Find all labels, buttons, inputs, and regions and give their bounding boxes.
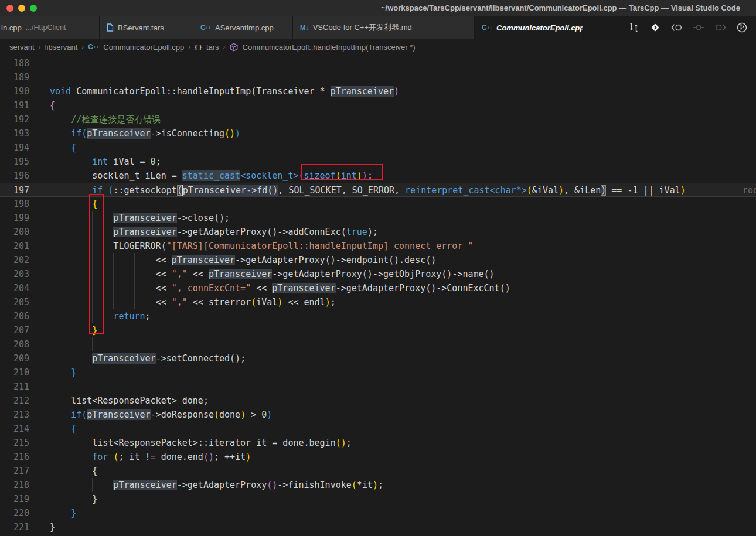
tab-aservantimp-cpp[interactable]: C++ AServantImp.cpp	[193, 16, 293, 39]
code-token: ->close	[177, 213, 214, 223]
code-token: 0	[151, 156, 156, 167]
code-line-189[interactable]: 189	[0, 70, 756, 84]
change-node-circle-icon[interactable]	[693, 22, 704, 33]
gitlens-diamond-icon[interactable]	[649, 22, 661, 33]
code-token	[50, 142, 71, 153]
code-token: ;	[145, 311, 151, 322]
code-token: ;	[240, 353, 246, 364]
code-text: }	[50, 520, 756, 534]
code-line-221[interactable]: 221}	[0, 520, 756, 534]
indent-guide	[71, 464, 71, 478]
code-line-197[interactable]: 197 if (::getsockopt(pTransceiver->fd(),…	[0, 183, 756, 197]
breadcrumb-item-servant[interactable]: servant	[9, 43, 35, 52]
code-token: )	[367, 227, 373, 237]
close-window-button[interactable]	[6, 5, 13, 12]
code-line-212[interactable]: 212 list<ResponsePacket> done;	[0, 394, 756, 408]
breadcrumb-item-symbol[interactable]: CommunicatorEpoll::handleInputImp(Transc…	[243, 43, 416, 52]
code-line-192[interactable]: 192 //检查连接是否有错误	[0, 112, 756, 127]
code-line-194[interactable]: 194 {	[0, 141, 756, 155]
code-line-202[interactable]: 202 << pTransceiver->getAdapterProxy()->…	[0, 253, 756, 267]
code-line-205[interactable]: 205 << "," << strerror(iVal) << endl);	[0, 295, 756, 309]
file-icon	[107, 23, 114, 32]
code-token: }	[71, 367, 76, 378]
tab-vscode-md[interactable]: M↓ VSCode for C++开发利器.md	[293, 16, 475, 39]
code-line-191[interactable]: 191{	[0, 98, 756, 112]
breadcrumb-item-file[interactable]: CommunicatorEpoll.cpp	[103, 43, 184, 52]
code-text: for (; it != done.end(); ++it)	[50, 450, 756, 464]
traffic-lights	[6, 5, 37, 12]
branch-circle-icon[interactable]	[736, 22, 748, 33]
code-line-204[interactable]: 204 << ",_connExcCnt=" << pTransceiver->…	[0, 281, 756, 295]
code-token: ()	[325, 255, 336, 265]
breadcrumb-item-namespace[interactable]: tars	[206, 43, 219, 52]
indent-guide	[71, 267, 71, 281]
tab-label: BServant.tars	[118, 23, 164, 32]
code-token: ","	[172, 297, 188, 308]
tab-httpclient-cpp[interactable]: in.cpp .../HttpClient	[0, 16, 100, 39]
code-line-217[interactable]: 217 {	[0, 464, 756, 478]
window-title: ~/workspace/TarsCpp/servant/libservant/C…	[381, 0, 740, 16]
code-token: <<	[50, 297, 172, 308]
code-line-190[interactable]: 190void CommunicatorEpoll::handleInputIm…	[0, 84, 756, 98]
code-line-210[interactable]: 210 }	[0, 366, 756, 380]
line-number: 215	[0, 436, 29, 450]
code-editor[interactable]: 188189190void CommunicatorEpoll::handleI…	[0, 55, 756, 536]
line-number: 220	[0, 506, 29, 520]
code-line-208[interactable]: 208	[0, 337, 756, 351]
minimize-window-button[interactable]	[18, 5, 25, 12]
code-token: (	[81, 409, 87, 420]
code-line-215[interactable]: 215 list<ResponsePacket>::iterator it = …	[0, 436, 756, 450]
code-line-209[interactable]: 209 pTransceiver->setConnected();	[0, 351, 756, 366]
code-line-203[interactable]: 203 << "," << pTransceiver->getAdapterPr…	[0, 267, 756, 281]
code-text: }	[50, 492, 756, 506]
code-token: ->getAdapterProxy	[272, 269, 362, 279]
code-token: for	[92, 452, 108, 462]
code-line-193[interactable]: 193 if(pTransceiver->isConnecting())	[0, 127, 756, 141]
previous-change-circle-icon[interactable]	[671, 22, 683, 33]
code-text: return;	[50, 309, 756, 323]
tab-communicatorepoll-cpp[interactable]: C++ CommunicatorEpoll.cpp ×	[475, 16, 584, 39]
code-token: ->setConnected	[156, 353, 230, 364]
indent-guide	[134, 267, 135, 281]
code-text: pTransceiver->getAdapterProxy()->finishI…	[50, 478, 756, 492]
compare-changes-icon[interactable]	[628, 22, 639, 33]
indent-guide	[134, 295, 135, 309]
line-number: 197	[0, 183, 29, 196]
code-line-213[interactable]: 213 if(pTransceiver->doResponse(done) > …	[0, 408, 756, 422]
inline-blame-text: roo	[743, 183, 756, 197]
code-line-199[interactable]: 199 pTransceiver->close();	[0, 211, 756, 225]
indent-guide	[113, 253, 114, 267]
code-line-200[interactable]: 200 pTransceiver->getAdapterProxy()->add…	[0, 225, 756, 239]
indent-guide	[92, 253, 93, 267]
code-token: >	[193, 438, 198, 448]
line-number: 207	[0, 323, 29, 337]
code-line-195[interactable]: 195 int iVal = 0;	[0, 155, 756, 169]
code-line-216[interactable]: 216 for (; it != done.end(); ++it)	[0, 450, 756, 464]
code-token: //检查连接是否有错误	[71, 114, 161, 125]
code-line-220[interactable]: 220 }	[0, 506, 756, 520]
next-change-circle-icon[interactable]	[714, 22, 726, 33]
code-token	[50, 480, 113, 490]
zoom-window-button[interactable]	[30, 5, 37, 12]
code-token: )	[240, 409, 246, 420]
code-text: pTransceiver->close();	[50, 211, 756, 225]
code-line-198[interactable]: 198 {	[0, 197, 756, 211]
code-line-196[interactable]: 196 socklen_t iLen = static_cast<socklen…	[0, 169, 756, 183]
code-line-214[interactable]: 214 {	[0, 422, 756, 436]
code-text: TLOGERROR("[TARS][CommunicatorEpoll::han…	[50, 239, 756, 253]
tab-bservant-tars[interactable]: BServant.tars	[100, 16, 193, 39]
code-line-188[interactable]: 188	[0, 56, 756, 70]
breadcrumb-separator: ›	[81, 43, 84, 51]
code-token: if	[92, 185, 103, 196]
code-token: }	[92, 325, 97, 336]
code-token: sizeof	[304, 170, 336, 181]
code-line-211[interactable]: 211	[0, 380, 756, 394]
code-line-219[interactable]: 219 }	[0, 492, 756, 506]
code-line-207[interactable]: 207 }	[0, 323, 756, 337]
indent-guide	[113, 295, 114, 309]
code-token: << strerror	[188, 297, 251, 308]
code-line-218[interactable]: 218 pTransceiver->getAdapterProxy()->fin…	[0, 478, 756, 492]
code-line-201[interactable]: 201 TLOGERROR("[TARS][CommunicatorEpoll:…	[0, 239, 756, 253]
breadcrumb-item-libservant[interactable]: libservant	[45, 43, 78, 52]
code-line-206[interactable]: 206 return;	[0, 309, 756, 323]
